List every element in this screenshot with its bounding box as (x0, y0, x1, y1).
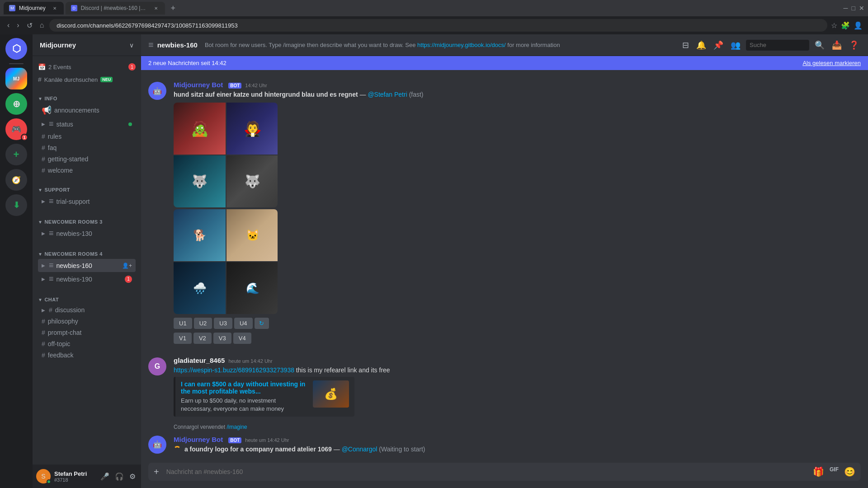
embed-title[interactable]: I can earn $500 a day without investing … (181, 380, 307, 395)
close-window-button[interactable]: ✕ (859, 5, 864, 12)
upscale-u1-button[interactable]: U1 (174, 318, 192, 329)
image-grid-item-7[interactable]: 🌧️ (174, 262, 226, 314)
category-header-support[interactable]: ▼ SUPPORT (36, 185, 137, 194)
channel-item-philosophy[interactable]: # philosophy (38, 316, 136, 327)
channel-item-getting-started[interactable]: # getting-started (38, 154, 136, 164)
new-messages-banner: 2 neue Nachrichten seit 14:42 Als gelese… (141, 56, 868, 70)
channel-item-discussion[interactable]: ▶ # discussion (38, 305, 136, 315)
forward-button[interactable]: › (15, 19, 21, 31)
add-attachment-button[interactable]: + (152, 463, 161, 481)
refresh-button[interactable]: ↻ (255, 318, 269, 329)
image-grid-item-5[interactable]: 🐕 (174, 209, 226, 261)
image-grid-wolves2[interactable]: 🐕 🐱 🌧️ 🌊 (174, 209, 278, 314)
gift-button[interactable]: 🎁 (811, 463, 826, 481)
variation-v3-button[interactable]: V3 (213, 333, 231, 344)
help-icon[interactable]: ❓ (847, 38, 861, 52)
account-icon[interactable]: 👤 (854, 21, 863, 30)
upscale-u4-button[interactable]: U4 (234, 318, 253, 329)
server-header[interactable]: Midjourney ∨ (33, 34, 141, 56)
gif-button[interactable]: GIF (828, 463, 840, 481)
message-author-midjourney[interactable]: Midjourney Bot (174, 436, 223, 443)
tab-close-discord[interactable]: ✕ (152, 5, 160, 12)
server-icon-midjourney[interactable]: MJ (5, 68, 27, 89)
server-icon-discord[interactable]: ⬡ (5, 38, 27, 60)
extensions-icon[interactable]: 🧩 (841, 21, 850, 30)
category-header-chat[interactable]: ▼ CHAT (36, 295, 137, 304)
settings-button[interactable]: ⚙ (127, 470, 137, 483)
tab-discord[interactable]: D Discord | #newbies-160 | Mid... ✕ (66, 2, 165, 14)
category-header-info[interactable]: ▼ INFO (36, 94, 137, 103)
message-header-2: gladiateur_8465 heute um 14:42 Uhr (174, 357, 861, 364)
user-avatar[interactable]: S (36, 469, 51, 483)
avatar-bot[interactable]: 🤖 (148, 82, 166, 100)
events-item[interactable]: 📅 2 Events 1 (34, 61, 139, 72)
new-tab-button[interactable]: + (167, 2, 179, 14)
mute-button[interactable]: 🎤 (99, 470, 111, 483)
image-grid-item-8[interactable]: 🌊 (226, 262, 278, 314)
new-messages-text: 2 neue Nachrichten seit 14:42 (148, 60, 226, 66)
avatar-gladiateur[interactable]: G (148, 357, 166, 375)
upscale-u2-button[interactable]: U2 (194, 318, 212, 329)
search-input[interactable] (746, 40, 809, 51)
deafen-button[interactable]: 🎧 (113, 470, 126, 483)
image-grid-item-1[interactable]: 🧟 (174, 103, 226, 155)
browse-channels-label: Kanäle durchsuchen (44, 76, 98, 83)
channel-item-newbies-160[interactable]: ▶ ≡ newbies-160 👤+ (38, 259, 136, 272)
back-button[interactable]: ‹ (5, 19, 11, 31)
browser-chrome: M Midjourney ✕ D Discord | #newbies-160 … (0, 0, 868, 34)
thread-icon[interactable]: ⊟ (680, 38, 691, 52)
members-icon[interactable]: 👥 (729, 38, 742, 52)
category-header-newcomer4[interactable]: ▼ NEWCOMER ROOMS 4 (36, 249, 137, 258)
chat-input[interactable] (165, 464, 807, 480)
browse-channels-item[interactable]: # Kanäle durchsuchen NEU (34, 74, 139, 85)
image-grid-item-4[interactable]: 🐺 (226, 155, 278, 207)
variation-v2-button[interactable]: V2 (193, 333, 212, 344)
avatar-midjourney[interactable]: 🤖 (148, 436, 166, 454)
maximize-button[interactable]: □ (852, 5, 855, 12)
user-info: Stefan Petri #3718 (54, 470, 95, 483)
home-button[interactable]: ⌂ (38, 19, 46, 31)
bookmark-icon[interactable]: ☆ (831, 21, 837, 30)
url-input[interactable] (49, 19, 827, 32)
channel-help-link[interactable]: https://midjourney.gitbook.io/docs/ (417, 42, 506, 48)
search-icon[interactable]: 🔍 (813, 38, 826, 52)
notification-icon[interactable]: 🔔 (694, 38, 708, 52)
message-author-gladiateur[interactable]: gladiateur_8465 (174, 357, 225, 364)
category-header-newcomer3[interactable]: ▼ NEWCOMER ROOMS 3 (36, 217, 137, 226)
tab-midjourney[interactable]: M Midjourney ✕ (4, 2, 64, 14)
image-grid-wolves[interactable]: 🧟 🧛 🐺 🐺 (174, 103, 278, 207)
variation-v4-button[interactable]: V4 (233, 333, 251, 344)
channel-item-welcome[interactable]: # welcome (38, 165, 136, 176)
server-icon-red[interactable]: 🎮 1 (5, 118, 27, 140)
spam-link[interactable]: https://wespin-s1.buzz/6899162933273938 (174, 366, 294, 374)
channel-item-feedback[interactable]: # feedback (38, 350, 136, 361)
upscale-u3-button[interactable]: U3 (214, 318, 232, 329)
channel-item-off-topic[interactable]: # off-topic (38, 338, 136, 349)
channel-item-faq[interactable]: # faq (38, 142, 136, 153)
minimize-button[interactable]: ─ (844, 5, 848, 12)
download-button[interactable]: ⬇ (5, 194, 27, 216)
hash-icon-off-topic: # (42, 340, 45, 347)
emoji-button[interactable]: 😊 (842, 463, 857, 481)
mark-read-button[interactable]: Als gelesen markieren (802, 60, 861, 66)
image-grid-item-2[interactable]: 🧛 (226, 103, 278, 155)
add-server-button[interactable]: + (5, 144, 27, 165)
channel-item-newbies-130[interactable]: ▶ ≡ newbies-130 (38, 227, 136, 240)
discover-server-button[interactable]: 🧭 (5, 169, 27, 191)
channel-item-newbies-190[interactable]: ▶ ≡ newbies-190 1 (38, 272, 136, 286)
channel-item-prompt-chat[interactable]: # prompt-chat (38, 327, 136, 338)
image-grid-item-6[interactable]: 🐱 (226, 209, 278, 261)
server-icon-green[interactable]: ⊕ (5, 93, 27, 115)
channel-item-trial-support[interactable]: ▶ ≡ trial-support (38, 195, 136, 208)
reload-button[interactable]: ↺ (25, 19, 34, 32)
tab-close-midjourney[interactable]: ✕ (51, 5, 58, 12)
message-author-bot[interactable]: Midjourney Bot (174, 81, 223, 89)
channel-item-status[interactable]: ▶ ≡ status (38, 117, 136, 131)
channel-item-rules[interactable]: # rules (38, 131, 136, 142)
variation-v1-button[interactable]: V1 (174, 333, 192, 344)
channel-item-announcements[interactable]: 📢 announcements (38, 103, 136, 117)
inbox-icon[interactable]: 📥 (830, 38, 844, 52)
pin-icon[interactable]: 📌 (712, 38, 725, 52)
channel-list: 📅 2 Events 1 # Kanäle durchsuchen NEU ▼ … (33, 56, 141, 465)
image-grid-item-3[interactable]: 🐺 (174, 155, 226, 207)
